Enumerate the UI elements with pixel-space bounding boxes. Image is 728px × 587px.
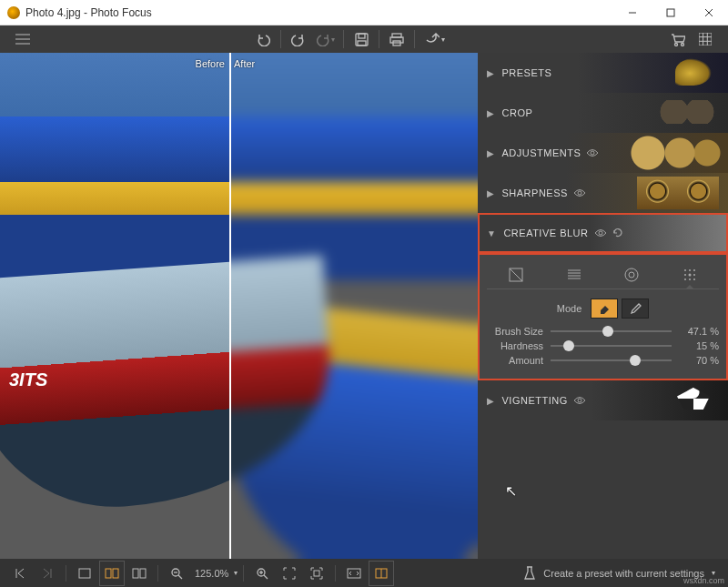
fit-screen-button[interactable] [277,561,302,586]
slider-value: 47.1 % [679,326,719,337]
panel-label: CREATIVE BLUR [503,228,588,238]
compare-toggle-button[interactable] [369,561,394,586]
cursor-icon: ↖ [505,482,517,500]
amount-slider[interactable]: Amount 70 % [487,355,719,366]
svg-rect-55 [314,571,319,576]
undo-button[interactable] [249,25,277,53]
svg-point-20 [591,151,594,155]
svg-line-49 [178,575,182,579]
panel-sharpness[interactable]: ▶ SHARPNESS [478,173,728,213]
svg-rect-44 [106,569,111,578]
eye-icon[interactable] [594,228,607,238]
after-label: After [234,58,255,69]
create-preset-button[interactable]: Create a preset with current settings [543,568,704,579]
svg-point-33 [693,269,695,271]
blur-tab-custom[interactable] [668,260,712,288]
blur-tab-none[interactable] [494,260,538,288]
slider-value: 15 % [679,340,719,351]
svg-point-21 [578,191,581,195]
maximize-button[interactable] [652,0,690,25]
chevron-down-icon: ▼ [487,228,496,238]
svg-point-30 [629,272,634,278]
bottom-toolbar: 125.0% ▾ Create a preset with current se… [0,559,728,587]
view-single-button[interactable] [72,561,97,586]
svg-point-31 [684,269,686,271]
slider-value: 70 % [679,355,719,366]
svg-rect-45 [113,569,118,578]
panel-label: PRESETS [502,67,552,78]
svg-point-22 [599,231,602,235]
hull-number: 3ITS [9,369,47,390]
panel-crop[interactable]: ▶ CROP [478,93,728,133]
app-icon [7,6,20,19]
zoom-level[interactable]: 125.0% [191,568,232,579]
hardness-slider[interactable]: Hardness 15 % [487,340,719,351]
svg-rect-9 [358,41,366,46]
panel-vignetting[interactable]: ▶ VIGNETTING [478,380,728,420]
blur-tab-linear[interactable] [552,260,596,288]
zoom-menu-icon[interactable]: ▾ [234,569,238,577]
svg-rect-46 [133,569,138,578]
eye-icon[interactable] [573,188,586,197]
svg-point-34 [684,274,686,276]
creative-blur-body: Mode Brush Size 47.1 % Hardness 15 % Amo… [478,253,728,380]
panel-creative-blur[interactable]: ▼ CREATIVE BLUR [478,213,728,253]
window-title: Photo 4.jpg - Photo Focus [25,6,152,19]
panel-label: CROP [502,107,533,118]
cart-button[interactable] [664,25,692,53]
svg-rect-1 [667,9,674,16]
svg-point-14 [682,43,684,46]
svg-point-37 [684,278,686,280]
panel-presets[interactable]: ▶ PRESETS [478,53,728,93]
svg-rect-11 [390,37,403,43]
compare-swap-button[interactable] [341,561,367,586]
svg-point-29 [625,268,638,281]
panel-label: VIGNETTING [502,395,568,406]
panel-label: SHARPNESS [502,187,568,198]
svg-point-38 [689,278,691,280]
titlebar: Photo 4.jpg - Photo Focus [0,0,728,25]
eye-icon[interactable] [586,148,599,157]
svg-rect-43 [79,569,90,578]
flask-icon [523,566,536,581]
mode-brush-button[interactable] [622,299,649,319]
menu-button[interactable] [9,25,36,53]
chevron-right-icon: ▶ [487,148,495,158]
svg-rect-15 [699,33,712,46]
zoom-in-button[interactable] [249,561,275,586]
view-split-button[interactable] [99,561,125,586]
reset-icon[interactable] [612,228,623,238]
minimize-button[interactable] [613,0,652,25]
brush-size-slider[interactable]: Brush Size 47.1 % [487,326,719,337]
grid-button[interactable] [692,25,719,53]
prev-image-button[interactable] [7,561,33,586]
close-button[interactable] [690,0,728,25]
chevron-right-icon: ▶ [487,188,495,198]
share-button[interactable]: ▾ [419,25,451,53]
zoom-out-button[interactable] [164,561,189,586]
split-handle[interactable] [229,53,231,559]
actual-size-button[interactable] [304,561,329,586]
main-toolbar: ▾ ▾ [0,25,728,53]
svg-point-36 [693,274,695,276]
blur-tab-radial[interactable] [610,260,653,288]
print-button[interactable] [383,25,410,53]
eye-icon[interactable] [573,396,586,405]
svg-rect-8 [359,34,365,38]
redo-button[interactable] [285,25,312,53]
mode-erase-button[interactable] [591,299,618,319]
slider-label: Amount [487,355,543,366]
watermark: wsxdn.com [683,576,724,585]
before-label: Before [196,58,225,69]
panel-adjustments[interactable]: ▶ ADJUSTMENTS [478,133,728,173]
redo-menu-button[interactable]: ▾ [312,25,339,53]
slider-label: Hardness [487,340,543,351]
svg-point-13 [675,43,678,46]
chevron-right-icon: ▶ [487,396,495,406]
save-button[interactable] [348,25,375,53]
canvas[interactable]: 3ITS Before After [0,53,478,559]
view-side-button[interactable] [126,561,152,586]
svg-rect-47 [140,569,146,578]
panel-label: ADJUSTMENTS [502,147,581,158]
next-image-button[interactable] [35,561,60,586]
